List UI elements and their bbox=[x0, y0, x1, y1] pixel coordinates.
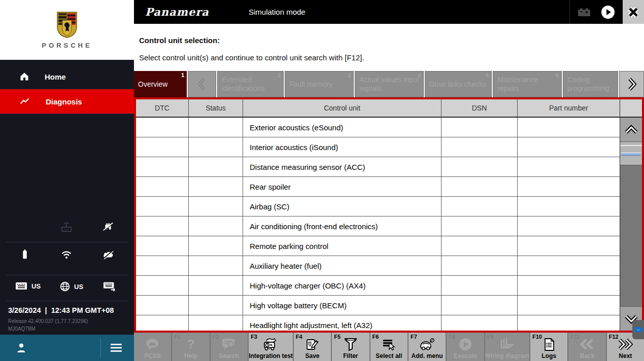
input-switch-button[interactable] bbox=[103, 281, 120, 292]
column-header-part-number: Part number bbox=[518, 99, 620, 117]
chevron-up-icon bbox=[624, 125, 638, 135]
chevron-left-icon bbox=[195, 77, 209, 92]
pcss-chat-icon bbox=[145, 338, 160, 351]
tab-number: 2 bbox=[278, 73, 281, 79]
pcss-button: PCSS bbox=[134, 333, 172, 361]
scrollbar-thumb[interactable] bbox=[620, 142, 642, 165]
tabs-scroll-left-button[interactable] bbox=[188, 71, 216, 97]
table-row[interactable]: Remote parking control bbox=[136, 236, 620, 256]
sidebar-item-diagnosis[interactable]: Diagnosis bbox=[0, 89, 134, 114]
scroll-up-button[interactable] bbox=[620, 118, 642, 142]
table-row[interactable]: Exterior acoustics (eSound) bbox=[136, 118, 620, 137]
control-unit-cell: Exterior acoustics (eSound) bbox=[243, 118, 442, 137]
save-button[interactable]: F4 Save bbox=[294, 333, 332, 361]
back-button: F11 Back bbox=[568, 333, 606, 361]
tab-fault-memory: Fault memory 3 bbox=[285, 71, 354, 97]
diagnosis-pulse-icon bbox=[19, 96, 30, 106]
remote-access-badge[interactable]: ↔ bbox=[632, 320, 644, 339]
table-row[interactable]: Rear spoiler bbox=[136, 177, 620, 197]
battery-status-icon bbox=[577, 7, 592, 18]
table-row[interactable]: Headlight light adjustment, left (A32) bbox=[136, 315, 620, 331]
tab-number: 3 bbox=[348, 73, 351, 79]
help-button: F1 ? Help bbox=[172, 333, 210, 361]
integration-test-icon bbox=[262, 338, 279, 351]
select-all-icon bbox=[381, 338, 396, 351]
table-row[interactable]: Air conditioning (front-end electronics) bbox=[136, 216, 620, 236]
table-row[interactable]: Distance measuring sensor (ACC) bbox=[136, 157, 620, 177]
car-menu-icon bbox=[419, 338, 435, 351]
build-code: MJ0AQ7BM bbox=[8, 326, 36, 332]
sidebar-item-label: Diagnosis bbox=[46, 97, 82, 106]
porsche-crest-icon bbox=[56, 11, 78, 39]
user-icon[interactable] bbox=[15, 342, 27, 354]
column-header-dtc: DTC bbox=[136, 99, 189, 117]
execute-button: F8 Execute bbox=[447, 333, 485, 361]
scrollbar-track[interactable] bbox=[620, 165, 642, 306]
ethernet-disconnected-icon bbox=[101, 220, 115, 233]
logs-button[interactable]: F10 Logs bbox=[530, 333, 568, 361]
double-chevron-right-icon bbox=[616, 338, 634, 350]
double-chevron-left-icon bbox=[579, 338, 596, 350]
table-row[interactable]: Interior acoustics (iSound) bbox=[136, 137, 620, 157]
tab-number: 4 bbox=[418, 73, 421, 79]
cloud-offline-icon bbox=[101, 248, 115, 261]
play-session-icon[interactable] bbox=[600, 5, 616, 20]
vci-router-icon bbox=[60, 220, 73, 233]
search-bubble-icon bbox=[221, 338, 236, 351]
tab-number: 5 bbox=[486, 73, 489, 79]
function-key-toolbar: PCSS F1 ? Help F2 Search F3 bbox=[134, 333, 644, 361]
brand-area: PORSCHE bbox=[0, 0, 134, 60]
control-unit-cell: Rear spoiler bbox=[243, 177, 442, 196]
column-header-dsn: DSN bbox=[442, 99, 518, 117]
control-unit-table-frame: DTC Status Control unit DSN Part number … bbox=[134, 97, 644, 333]
table-row[interactable]: Airbag (SC) bbox=[136, 197, 620, 216]
search-button: F2 Search bbox=[211, 333, 249, 361]
funnel-icon bbox=[344, 337, 358, 351]
control-unit-cell: Interior acoustics (iSound) bbox=[243, 137, 442, 157]
tab-bar: Overview 1 Extended identifications 2 Fa… bbox=[134, 71, 644, 97]
language-indicator[interactable]: US bbox=[60, 281, 83, 292]
tab-number: 6 bbox=[556, 73, 559, 79]
tab-overview[interactable]: Overview 1 bbox=[134, 71, 187, 97]
control-unit-cell: High voltage battery (BECM) bbox=[243, 296, 442, 315]
battery-icon bbox=[18, 248, 31, 261]
integration-test-button[interactable]: F3 Integration test bbox=[249, 333, 294, 361]
release-version: Release 42.400.037 (1.77.7.23296) bbox=[8, 318, 88, 324]
tab-number: 1 bbox=[181, 72, 184, 78]
scrollbar-header-spacer bbox=[620, 99, 642, 118]
wiring-diagram-icon bbox=[499, 338, 515, 351]
sidebar-item-home[interactable]: Home bbox=[0, 64, 134, 89]
tab-maintenance-repairs: Maintenance repairs 6 bbox=[493, 71, 562, 97]
table-row[interactable]: High-voltage charger (OBC) (AX4) bbox=[136, 276, 620, 296]
language-label: US bbox=[74, 283, 83, 291]
control-unit-cell: Airbag (SC) bbox=[243, 197, 442, 216]
control-unit-cell: Air conditioning (front-end electronics) bbox=[243, 216, 442, 236]
tab-actual-values: Actual values input signals 4 bbox=[355, 71, 424, 97]
table-row[interactable]: Auxiliary heater (fuel) bbox=[136, 256, 620, 276]
tab-extended-identifications: Extended identifications 2 bbox=[217, 71, 284, 97]
column-header-status: Status bbox=[189, 99, 243, 117]
keyboard-layout-indicator[interactable]: US bbox=[15, 281, 41, 291]
sidebar: PORSCHE Home Diagnosis bbox=[0, 0, 134, 361]
additional-menu-button[interactable]: F7 Add. menu bbox=[409, 333, 447, 361]
control-unit-cell: Remote parking control bbox=[243, 236, 442, 256]
logs-doc-icon bbox=[543, 338, 555, 351]
help-icon: ? bbox=[187, 337, 195, 351]
simulation-mode-label: Simulation mode bbox=[249, 8, 306, 16]
close-button[interactable] bbox=[623, 0, 644, 24]
select-all-button[interactable]: F6 Select all bbox=[370, 333, 409, 361]
sidebar-footer bbox=[0, 335, 134, 361]
save-doc-pencil-icon bbox=[305, 338, 319, 351]
datetime-line: 3/26/2024 | 12:43 PM GMT+08 bbox=[8, 306, 114, 314]
vehicle-model-title: Panamera bbox=[145, 6, 209, 18]
menu-icon[interactable] bbox=[110, 343, 123, 353]
filter-button[interactable]: F5 Filter bbox=[332, 333, 370, 361]
keyboard-layout-label: US bbox=[31, 282, 41, 290]
page-title: Control unit selection: bbox=[139, 36, 220, 45]
remote-access-icon: ↔ bbox=[634, 327, 642, 332]
tabs-scroll-right-button[interactable] bbox=[619, 71, 644, 97]
top-bar: Panamera Simulation mode bbox=[134, 0, 644, 24]
date-text: 3/26/2024 bbox=[8, 306, 41, 314]
globe-icon bbox=[60, 281, 70, 292]
table-row[interactable]: High voltage battery (BECM) bbox=[136, 296, 620, 315]
